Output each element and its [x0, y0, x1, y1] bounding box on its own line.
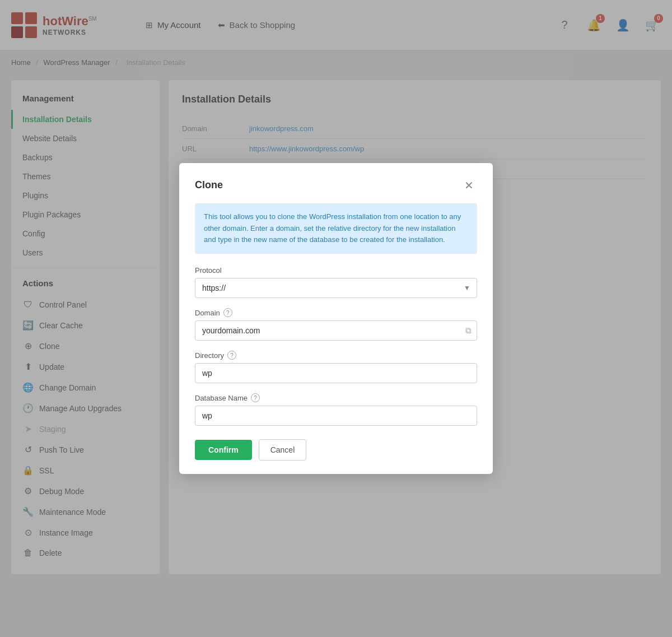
database-group: Database Name ? [195, 393, 477, 426]
modal-header: Clone ✕ [195, 179, 477, 192]
confirm-button[interactable]: Confirm [195, 440, 252, 460]
modal-title: Clone [195, 179, 223, 191]
protocol-label: Protocol [195, 266, 477, 275]
domain-input-wrapper: ⧉ [195, 320, 477, 341]
domain-form-label: Domain ? [195, 308, 477, 317]
cancel-button[interactable]: Cancel [259, 439, 307, 461]
protocol-group: Protocol https:// http:// ▼ [195, 266, 477, 298]
modal-overlay: Clone ✕ This tool allows you to clone th… [0, 0, 672, 585]
domain-form-label-text: Domain [195, 309, 220, 317]
directory-help-icon[interactable]: ? [227, 351, 236, 360]
database-input[interactable] [195, 406, 477, 426]
clone-modal: Clone ✕ This tool allows you to clone th… [179, 163, 493, 474]
database-form-label: Database Name ? [195, 393, 477, 402]
domain-help-icon[interactable]: ? [223, 308, 232, 317]
directory-form-label: Directory ? [195, 351, 477, 360]
domain-input[interactable] [195, 320, 477, 341]
domain-clipboard-icon: ⧉ [465, 326, 472, 336]
modal-info-text: This tool allows you to clone the WordPr… [204, 212, 461, 244]
directory-form-label-text: Directory [195, 351, 224, 360]
modal-footer: Confirm Cancel [195, 439, 477, 461]
domain-group: Domain ? ⧉ [195, 308, 477, 341]
modal-info-box: This tool allows you to clone the WordPr… [195, 203, 477, 254]
directory-input[interactable] [195, 363, 477, 383]
directory-group: Directory ? [195, 351, 477, 383]
protocol-select[interactable]: https:// http:// [195, 278, 477, 298]
modal-close-button[interactable]: ✕ [461, 179, 477, 192]
database-form-label-text: Database Name [195, 394, 248, 402]
protocol-select-wrapper: https:// http:// ▼ [195, 278, 477, 298]
database-help-icon[interactable]: ? [251, 393, 260, 402]
protocol-label-text: Protocol [195, 266, 222, 275]
